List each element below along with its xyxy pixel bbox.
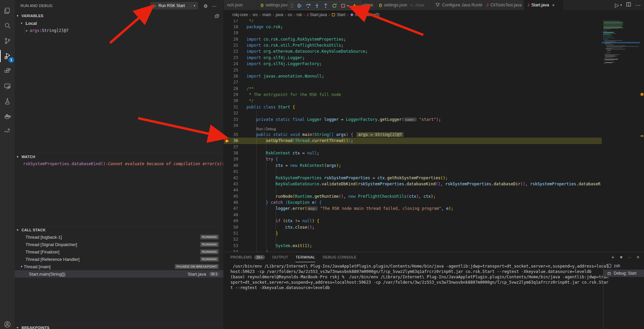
breadcrumb-item[interactable]: main(String[]): [350, 12, 379, 17]
account-icon[interactable]: [0, 317, 15, 329]
thread-row[interactable]: Thread [Finalizer]RUNNING: [15, 248, 223, 255]
code-editor[interactable]: 17 */18package co.rsk;1920import co.rsk.…: [224, 19, 602, 252]
codelens-run-link[interactable]: Run: [256, 127, 263, 131]
code-line-24[interactable]: 24import org.slf4j.LoggerFactory;: [224, 61, 602, 67]
collapse-all-icon[interactable]: [214, 13, 219, 18]
tab-settings-json[interactable]: {}settings.json~/.../User: [376, 0, 432, 10]
code-line-36[interactable]: 36setUpThread(Thread.currentThread());: [224, 138, 602, 144]
code-line-32[interactable]: 32: [224, 110, 602, 116]
code-line-20[interactable]: 20import co.rsk.config.RskSystemProperti…: [224, 36, 602, 43]
section-breakpoints[interactable]: ▾BREAKPOINTS: [15, 324, 223, 329]
codelens-debug-link[interactable]: Debug: [266, 127, 276, 131]
section-variables[interactable]: ▾VARIABLES: [15, 12, 223, 19]
code-line-31[interactable]: 31public class Start {: [224, 104, 602, 110]
code-line-51[interactable]: 51}: [224, 230, 602, 237]
code-line-41[interactable]: 41: [224, 169, 602, 175]
code-line-46[interactable]: 46} catch (Exception e) {: [224, 199, 602, 206]
terminal-list-item-debug-start[interactable]: Debug: Start: [603, 270, 644, 277]
code-line-54[interactable]: 54}: [224, 249, 602, 252]
section-watch[interactable]: ▾WATCH: [15, 153, 223, 160]
activity-gradle-icon[interactable]: [0, 124, 15, 138]
thread-row[interactable]: Thread [Signal Dispatcher]RUNNING: [15, 241, 223, 248]
terminal-dropdown-icon[interactable]: ▾: [619, 254, 624, 260]
code-line-40[interactable]: 40ctx = new RskContext(args);: [224, 162, 602, 169]
code-line-34[interactable]: 34: [224, 123, 602, 129]
code-line-43[interactable]: 43KeyValueDataSource.validateDbKind(rskS…: [224, 181, 602, 187]
gear-icon[interactable]: ⚙: [203, 3, 209, 9]
stop-chevron-icon[interactable]: [346, 2, 350, 9]
code-line-47[interactable]: 47logger.error(msg: "The RSK node main t…: [224, 205, 602, 212]
run-file-icon[interactable]: ▷: [615, 2, 619, 8]
code-line-37[interactable]: 37: [224, 144, 602, 150]
code-line-50[interactable]: 50ctx.close();: [224, 224, 602, 231]
code-line-25[interactable]: 25: [224, 67, 602, 74]
code-line-49[interactable]: 49if (ctx != null) {: [224, 218, 602, 224]
code-line-42[interactable]: 42RskSystemProperties rskSystemPropertie…: [224, 175, 602, 181]
thread-row[interactable]: Thread [logback-1]RUNNING: [15, 233, 223, 241]
code-line-18[interactable]: 18package co.rsk;: [224, 24, 602, 30]
continue-icon[interactable]: [296, 2, 303, 9]
code-line-39[interactable]: 39try {: [224, 156, 602, 162]
code-line-44[interactable]: 44: [224, 187, 602, 193]
breadcrumb-item[interactable]: rsk: [297, 12, 302, 17]
breadcrumb-item[interactable]: co: [288, 12, 292, 17]
code-line-30[interactable]: 30 */: [224, 98, 602, 104]
breadcrumb-item[interactable]: rskj-core: [232, 12, 248, 17]
activity-explorer-icon[interactable]: [0, 3, 15, 18]
code-line-45[interactable]: 45runNode(Runtime.getRuntime(), new Pref…: [224, 193, 602, 200]
variables-scope-local[interactable]: ▾Local: [15, 19, 223, 27]
thread-row[interactable]: ▾Thread [main]PAUSED ON BREAKPOINT: [15, 263, 223, 270]
tab-configure-java-runtime[interactable]: Configure Java Runtime: [432, 0, 483, 10]
more-actions-icon[interactable]: ⋯: [635, 2, 641, 8]
breadcrumb-item[interactable]: main: [262, 12, 271, 17]
split-editor-icon[interactable]: [626, 2, 631, 8]
panel-tab-terminal[interactable]: TERMINAL: [296, 252, 315, 262]
terminal-list-item-zsh[interactable]: zsh: [603, 262, 644, 270]
activity-source-control-icon[interactable]: [0, 34, 15, 48]
maximize-panel-icon[interactable]: ︿: [627, 255, 632, 260]
breadcrumb-item[interactable]: java: [276, 12, 283, 17]
variable-row-args[interactable]: ▸args: String[2]@7: [15, 27, 223, 34]
panel-tab-output[interactable]: OUTPUT: [272, 252, 288, 262]
tab-nch-json[interactable]: nch.json: [224, 0, 257, 10]
code-line-35[interactable]: 35public static void main(String[] args)…: [224, 132, 602, 138]
breadcrumb-item[interactable]: Start: [331, 12, 345, 17]
watch-row[interactable]: rskSystemProperties.databaseKind(): Cann…: [15, 160, 223, 168]
tab-start-java[interactable]: JStart.java×: [524, 0, 564, 10]
code-line-48[interactable]: 48: [224, 212, 602, 218]
section-call-stack[interactable]: ▾CALL STACK: [15, 226, 223, 233]
breadcrumb-item[interactable]: src: [253, 12, 258, 17]
activity-testing-icon[interactable]: [0, 94, 15, 109]
code-line-17[interactable]: 17 */: [224, 19, 602, 24]
stop-icon[interactable]: [339, 2, 347, 9]
close-icon[interactable]: ×: [552, 3, 555, 8]
breadcrumb-item[interactable]: JStart.java: [307, 12, 327, 17]
overview-ruler[interactable]: [640, 11, 644, 252]
tab-clitoolstest-java[interactable]: JCliToolsTest.java: [483, 0, 524, 10]
activity-extensions-icon[interactable]: [0, 64, 15, 79]
thread-row[interactable]: Thread [Reference Handler]RUNNING: [15, 255, 223, 263]
hot-code-replace-icon[interactable]: [351, 2, 358, 9]
terminal-output[interactable]: /usr/bin/env /Library/Internet\ Plug-Ins…: [230, 264, 601, 329]
step-over-icon[interactable]: [305, 2, 312, 9]
code-line-29[interactable]: 29 * The entrypoint for the RSK full nod…: [224, 92, 602, 98]
step-out-icon[interactable]: [322, 2, 329, 9]
activity-run-debug-icon[interactable]: 1: [0, 49, 15, 63]
panel-tab-debug-console[interactable]: DEBUG CONSOLE: [323, 252, 357, 262]
code-line-38[interactable]: 38RskContext ctx = null;: [224, 150, 602, 156]
more-icon[interactable]: ⋯: [211, 3, 217, 9]
code-line-28[interactable]: 28/**: [224, 86, 602, 92]
code-line-26[interactable]: 26import javax.annotation.Nonnull;: [224, 73, 602, 80]
code-line-27[interactable]: 27: [224, 79, 602, 86]
panel-tab-problems[interactable]: PROBLEMS1K+: [230, 252, 265, 262]
code-line-52[interactable]: 52: [224, 236, 602, 243]
close-panel-icon[interactable]: ×: [635, 254, 641, 260]
restart-icon[interactable]: [331, 2, 338, 9]
debug-config-dropdown[interactable]: ▷ Run RSK Start ▾: [151, 2, 198, 9]
new-terminal-icon[interactable]: +: [610, 254, 615, 260]
activity-remote-explorer-icon[interactable]: [0, 79, 15, 94]
code-line-21[interactable]: 21import co.rsk.util.PreflightChecksUtil…: [224, 42, 602, 49]
activity-docker-icon[interactable]: [0, 109, 15, 124]
code-line-53[interactable]: 53System.exit(1);: [224, 243, 602, 249]
step-into-icon[interactable]: [313, 2, 321, 9]
